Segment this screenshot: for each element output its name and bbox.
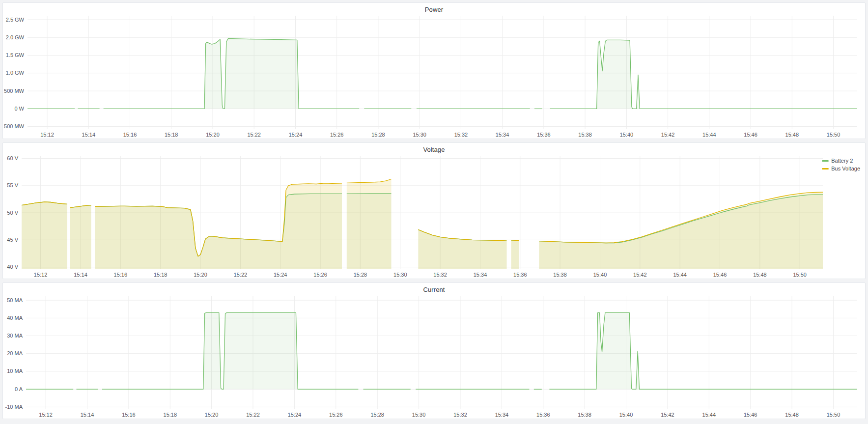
x-tick-label: 15:30 bbox=[393, 272, 407, 278]
x-tick-label: 15:20 bbox=[206, 132, 220, 138]
x-tick-label: 15:16 bbox=[122, 412, 136, 418]
x-tick-label: 15:22 bbox=[246, 412, 260, 418]
x-tick-label: 15:50 bbox=[793, 272, 807, 278]
x-tick-label: 15:16 bbox=[123, 132, 137, 138]
x-tick-label: 15:38 bbox=[553, 272, 567, 278]
y-tick-label: 40 V bbox=[7, 264, 18, 270]
y-tick-label: 20 MA bbox=[7, 350, 23, 356]
y-tick-label: 500 MW bbox=[4, 88, 25, 94]
x-tick-label: 15:34 bbox=[495, 412, 509, 418]
legend-item-bus-voltage[interactable]: Bus Voltage bbox=[822, 166, 860, 171]
x-tick-label: 15:36 bbox=[536, 412, 550, 418]
y-tick-label: 2.0 GW bbox=[6, 34, 25, 40]
x-tick-label: 15:24 bbox=[289, 132, 303, 138]
x-tick-label: 15:18 bbox=[165, 132, 178, 138]
x-tick-label: 15:26 bbox=[313, 272, 327, 278]
y-tick-label: 50 V bbox=[7, 210, 18, 216]
voltage-chart[interactable]: 60 V55 V50 V45 V40 V15:1215:1415:1615:18… bbox=[3, 153, 865, 278]
x-tick-label: 15:26 bbox=[329, 412, 343, 418]
x-tick-label: 15:12 bbox=[40, 132, 54, 138]
x-tick-label: 15:40 bbox=[593, 272, 607, 278]
x-tick-label: 15:16 bbox=[114, 272, 128, 278]
y-tick-label: 55 V bbox=[7, 182, 18, 188]
x-tick-label: 15:12 bbox=[34, 272, 48, 278]
x-axis-labels: 15:1215:1415:1615:1815:2015:2215:2415:26… bbox=[39, 412, 840, 418]
y-axis-labels: 2.5 GW2.0 GW1.5 GW1.0 GW500 MW0 W-500 MW bbox=[3, 17, 25, 130]
y-tick-label: 60 V bbox=[7, 155, 18, 161]
x-tick-label: 15:46 bbox=[713, 272, 727, 278]
x-tick-label: 15:42 bbox=[633, 272, 647, 278]
panel-title-current[interactable]: Current bbox=[3, 286, 865, 293]
x-tick-label: 15:28 bbox=[371, 132, 385, 138]
x-tick-label: 15:42 bbox=[661, 132, 675, 138]
y-tick-label: 45 V bbox=[7, 237, 18, 243]
x-tick-label: 15:28 bbox=[370, 412, 384, 418]
y-tick-label: 0 A bbox=[15, 386, 23, 392]
x-tick-label: 15:26 bbox=[330, 132, 344, 138]
legend-label-battery2[interactable]: Battery 2 bbox=[831, 158, 853, 164]
x-tick-label: 15:48 bbox=[785, 412, 799, 418]
y-tick-label: 10 MA bbox=[7, 368, 23, 374]
gridlines bbox=[26, 296, 857, 409]
y-tick-label: 0 W bbox=[14, 106, 24, 112]
x-tick-label: 15:50 bbox=[827, 412, 840, 418]
x-tick-label: 15:40 bbox=[620, 132, 634, 138]
x-tick-label: 15:44 bbox=[702, 412, 716, 418]
x-tick-label: 15:44 bbox=[702, 132, 716, 138]
x-tick-label: 15:46 bbox=[744, 412, 757, 418]
y-tick-label: 40 MA bbox=[7, 315, 23, 321]
legend: Battery 2 Bus Voltage bbox=[822, 158, 860, 171]
x-tick-label: 15:14 bbox=[81, 412, 94, 418]
x-tick-label: 15:38 bbox=[578, 412, 591, 418]
x-tick-label: 15:12 bbox=[39, 412, 53, 418]
power-chart[interactable]: 2.5 GW2.0 GW1.5 GW1.0 GW500 MW0 W-500 MW… bbox=[3, 13, 865, 138]
y-tick-label: 30 MA bbox=[7, 333, 23, 339]
x-tick-label: 15:34 bbox=[496, 132, 509, 138]
y-tick-label: 50 MA bbox=[7, 297, 23, 303]
bus-voltage-series-swatch bbox=[822, 168, 829, 170]
x-tick-label: 15:18 bbox=[164, 412, 177, 418]
x-tick-label: 15:14 bbox=[82, 132, 96, 138]
panel-voltage: Voltage 60 V55 V50 V45 V40 V15:1215:1415… bbox=[2, 142, 866, 279]
gridlines bbox=[28, 16, 857, 129]
current-chart[interactable]: 50 MA40 MA30 MA20 MA10 MA0 A-10 MA15:121… bbox=[3, 293, 865, 418]
y-tick-label: 1.0 GW bbox=[6, 70, 25, 76]
x-tick-label: 15:48 bbox=[785, 132, 799, 138]
x-tick-label: 15:48 bbox=[753, 272, 767, 278]
x-tick-label: 15:20 bbox=[194, 272, 207, 278]
y-axis-labels: 50 MA40 MA30 MA20 MA10 MA0 A-10 MA bbox=[5, 297, 23, 410]
x-tick-label: 15:44 bbox=[673, 272, 687, 278]
x-tick-label: 15:20 bbox=[205, 412, 219, 418]
y-tick-label: 2.5 GW bbox=[6, 17, 25, 23]
x-tick-label: 15:40 bbox=[619, 412, 633, 418]
y-tick-label: -10 MA bbox=[5, 404, 23, 410]
x-tick-label: 15:42 bbox=[661, 412, 674, 418]
panel-title-power[interactable]: Power bbox=[3, 6, 865, 13]
x-tick-label: 15:38 bbox=[578, 132, 592, 138]
x-tick-label: 15:30 bbox=[413, 132, 426, 138]
x-tick-label: 15:22 bbox=[234, 272, 248, 278]
x-tick-label: 15:24 bbox=[274, 272, 287, 278]
x-tick-label: 15:18 bbox=[154, 272, 168, 278]
x-axis-labels: 15:1215:1415:1615:1815:2015:2215:2415:26… bbox=[34, 272, 807, 278]
y-tick-label: 1.5 GW bbox=[6, 52, 25, 58]
legend-item-battery2[interactable]: Battery 2 bbox=[822, 158, 860, 164]
x-tick-label: 15:28 bbox=[354, 272, 367, 278]
x-tick-label: 15:14 bbox=[74, 272, 87, 278]
y-axis-labels: 60 V55 V50 V45 V40 V bbox=[7, 155, 18, 270]
x-tick-label: 15:50 bbox=[827, 132, 840, 138]
legend-label-bus-voltage[interactable]: Bus Voltage bbox=[831, 166, 860, 171]
series-lines bbox=[28, 38, 857, 109]
dashboard: Power 2.5 GW2.0 GW1.5 GW1.0 GW500 MW0 W-… bbox=[0, 0, 868, 424]
y-tick-label: -500 MW bbox=[3, 123, 25, 129]
x-tick-label: 15:36 bbox=[513, 272, 527, 278]
series-areas bbox=[26, 312, 857, 389]
x-tick-label: 15:32 bbox=[453, 412, 467, 418]
battery2-series-swatch bbox=[822, 160, 829, 162]
series-lines bbox=[26, 312, 857, 389]
x-tick-label: 15:46 bbox=[744, 132, 757, 138]
series-areas bbox=[28, 38, 857, 109]
panel-title-voltage[interactable]: Voltage bbox=[3, 146, 865, 153]
panel-current: Current 50 MA40 MA30 MA20 MA10 MA0 A-10 … bbox=[2, 283, 866, 419]
x-tick-label: 15:36 bbox=[537, 132, 551, 138]
